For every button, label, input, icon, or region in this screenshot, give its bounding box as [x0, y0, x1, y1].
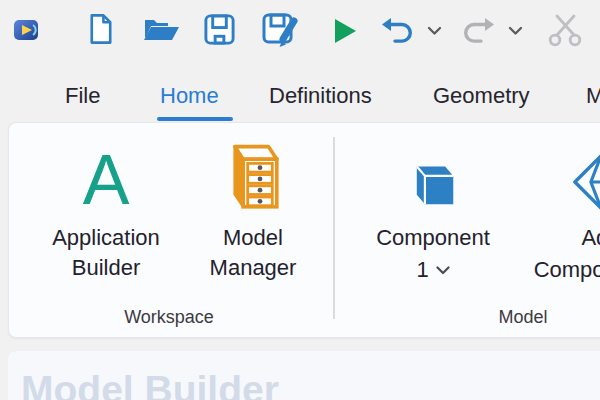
component-1-button[interactable]: Component 1 — [363, 135, 503, 325]
group-label-model: Model — [423, 307, 600, 328]
button-label: Component — [534, 257, 600, 282]
button-label: 1 — [416, 257, 428, 282]
ribbon-group-divider — [333, 137, 335, 319]
undo-dropdown-chevron-icon[interactable] — [427, 26, 442, 36]
add-component-button[interactable]: Add Component — [531, 135, 600, 325]
add-component-icon — [572, 135, 600, 211]
component-icon — [406, 135, 460, 211]
new-file-icon[interactable] — [84, 12, 117, 46]
app-logo-icon[interactable] — [13, 17, 39, 43]
application-builder-button[interactable]: A Application Builder — [36, 135, 176, 325]
tab-materials[interactable]: Materials — [586, 83, 600, 109]
redo-dropdown-chevron-icon[interactable] — [508, 26, 523, 36]
save-icon[interactable] — [203, 13, 236, 46]
application-builder-icon: A — [83, 135, 130, 211]
button-label: Application — [52, 223, 160, 253]
tab-geometry[interactable]: Geometry — [433, 83, 530, 109]
undo-icon[interactable] — [381, 15, 417, 47]
cut-icon[interactable] — [547, 13, 585, 48]
button-label: Builder — [52, 253, 160, 283]
model-builder-panel: Model Builder — [8, 350, 600, 400]
quick-access-toolbar — [0, 0, 600, 72]
button-label: Add — [534, 223, 600, 253]
run-icon[interactable] — [333, 18, 357, 44]
group-label-workspace: Workspace — [69, 307, 269, 328]
active-tab-underline — [157, 117, 233, 121]
tab-home[interactable]: Home — [160, 83, 219, 109]
tab-definitions[interactable]: Definitions — [269, 83, 372, 109]
model-manager-button[interactable]: Model Manager — [183, 135, 323, 325]
redo-icon[interactable] — [459, 15, 495, 47]
open-file-icon[interactable] — [142, 14, 181, 46]
ribbon-tab-bar: File Home Definitions Geometry Materials — [0, 72, 600, 122]
dropdown-chevron-icon — [436, 253, 450, 283]
button-label: Manager — [210, 253, 297, 283]
model-builder-title: Model Builder — [21, 368, 279, 400]
save-as-icon[interactable] — [261, 12, 300, 49]
tab-file[interactable]: File — [65, 83, 100, 109]
model-manager-icon — [225, 135, 281, 211]
button-label: Model — [210, 223, 297, 253]
button-label: Component — [376, 223, 490, 253]
ribbon-home-panel: A Application Builder Model — [8, 122, 600, 338]
